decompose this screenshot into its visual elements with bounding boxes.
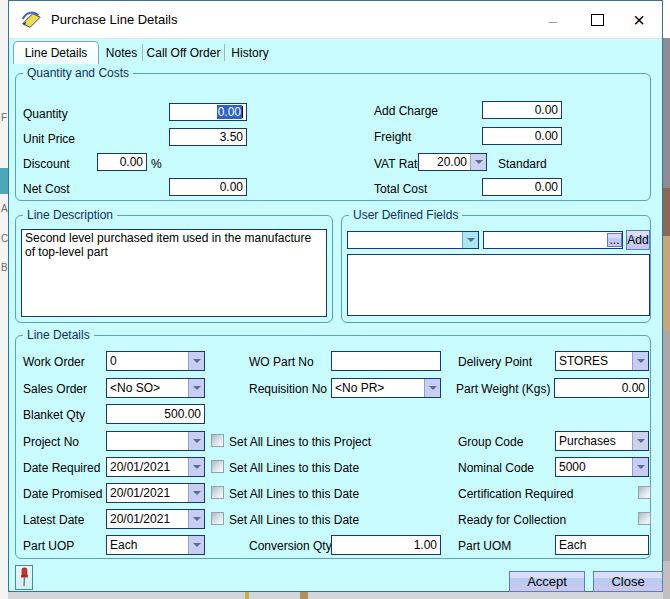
chevron-down-icon — [193, 359, 201, 363]
quantity-label: Quantity — [23, 107, 68, 121]
edge-text-fragment: A — [1, 203, 8, 214]
close-button[interactable]: × — [622, 5, 656, 35]
project-no-dropdown-button[interactable] — [188, 432, 204, 450]
close-dialog-button[interactable]: Close — [593, 571, 663, 592]
project-no-label: Project No — [23, 435, 79, 449]
nominal-code-dropdown-button[interactable] — [632, 458, 648, 476]
work-order-combo[interactable]: 0 — [106, 351, 205, 371]
quantity-and-costs-legend: Quantity and Costs — [23, 66, 133, 80]
nominal-code-label: Nominal Code — [458, 461, 534, 475]
latest-date-dropdown-button[interactable] — [188, 510, 204, 528]
sales-order-combo[interactable]: <No SO> — [106, 378, 205, 398]
date-promised-dropdown-button[interactable] — [188, 484, 204, 502]
screen: F A C B Purchase Line Details – × — [0, 0, 670, 599]
latest-date-label: Latest Date — [23, 513, 84, 527]
udf-dropdown-button[interactable] — [462, 232, 478, 248]
window-title: Purchase Line Details — [51, 12, 177, 27]
udf-value-input[interactable] — [483, 231, 623, 249]
vat-rate-dropdown-button[interactable] — [470, 154, 486, 170]
ready-for-collection-label: Ready for Collection — [458, 513, 566, 527]
udf-ellipsis-button[interactable]: ... — [607, 233, 622, 247]
set-all-lines-date-required-checkbox[interactable] — [211, 460, 224, 473]
part-uom-label: Part UOM — [458, 539, 511, 553]
freight-label: Freight — [374, 130, 411, 144]
net-cost-input[interactable]: 0.00 — [169, 178, 247, 196]
date-required-combo[interactable]: 20/01/2021 — [106, 457, 205, 477]
edge-segment — [663, 38, 670, 188]
set-all-lines-latest-date-label: Set All Lines to this Date — [229, 513, 359, 527]
part-uop-label: Part UOP — [23, 539, 74, 553]
accept-button[interactable]: Accept — [509, 571, 585, 592]
date-required-value: 20/01/2021 — [107, 458, 188, 476]
nominal-code-combo[interactable]: 5000 — [555, 457, 649, 477]
edge-tick — [245, 592, 249, 599]
vat-rate-combo[interactable]: 20.00 — [418, 153, 487, 171]
vat-rate-value: 20.00 — [419, 154, 470, 170]
user-defined-fields-legend: User Defined Fields — [349, 208, 462, 222]
delivery-point-dropdown-button[interactable] — [632, 352, 648, 370]
udf-list-area[interactable] — [347, 254, 650, 316]
certification-required-label: Certification Required — [458, 487, 573, 501]
edge-segment — [663, 561, 670, 599]
background-window-right-edge — [663, 0, 670, 599]
sales-order-dropdown-button[interactable] — [188, 379, 204, 397]
sales-order-value: <No SO> — [107, 379, 188, 397]
set-all-lines-date-required-label: Set All Lines to this Date — [229, 461, 359, 475]
vat-standard-label: Standard — [498, 157, 547, 171]
date-required-dropdown-button[interactable] — [188, 458, 204, 476]
set-all-lines-project-checkbox[interactable] — [211, 434, 224, 447]
tab-call-off-order[interactable]: Call Off Order — [143, 44, 225, 61]
tab-notes[interactable]: Notes — [101, 44, 143, 61]
pin-button[interactable] — [15, 565, 33, 590]
tab-history[interactable]: History — [225, 44, 275, 61]
minimize-button[interactable]: – — [536, 5, 570, 35]
set-all-lines-latest-date-checkbox[interactable] — [211, 512, 224, 525]
maximize-button[interactable] — [580, 5, 614, 35]
add-charge-input[interactable]: 0.00 — [482, 101, 562, 119]
wo-part-no-label: WO Part No — [249, 355, 314, 369]
part-uop-combo[interactable]: Each — [106, 535, 205, 555]
discount-input[interactable]: 0.00 — [97, 153, 147, 171]
quantity-input[interactable]: 0.00 — [169, 103, 247, 121]
certification-required-checkbox[interactable] — [638, 486, 651, 499]
blanket-qty-input[interactable]: 500.00 — [106, 404, 205, 424]
project-no-combo[interactable] — [106, 431, 205, 451]
app-icon — [20, 9, 42, 31]
wo-part-no-input[interactable] — [331, 351, 441, 371]
unit-price-label: Unit Price — [23, 132, 75, 146]
purchase-line-details-dialog: Purchase Line Details – × Line Details N… — [8, 0, 663, 592]
udf-field-combo[interactable] — [347, 231, 479, 249]
edge-segment — [663, 331, 670, 561]
requisition-no-dropdown-button[interactable] — [424, 379, 440, 397]
date-promised-combo[interactable]: 20/01/2021 — [106, 483, 205, 503]
titlebar[interactable]: Purchase Line Details – × — [9, 1, 662, 39]
chevron-down-icon — [475, 160, 483, 164]
latest-date-combo[interactable]: 20/01/2021 — [106, 509, 205, 529]
project-no-value — [107, 432, 188, 450]
group-code-combo[interactable]: Purchases — [555, 431, 649, 451]
part-uom-input[interactable]: Each — [555, 535, 649, 555]
delivery-point-combo[interactable]: STORES — [555, 351, 649, 371]
line-description-textarea[interactable]: Second level purchased item used in the … — [21, 229, 327, 317]
chevron-down-icon — [193, 543, 201, 547]
work-order-dropdown-button[interactable] — [188, 352, 204, 370]
tab-line-details[interactable]: Line Details — [13, 41, 99, 64]
requisition-no-combo[interactable]: <No PR> — [331, 378, 441, 398]
group-code-dropdown-button[interactable] — [632, 432, 648, 450]
conversion-qty-input[interactable]: 1.00 — [331, 535, 441, 555]
unit-price-input[interactable]: 3.50 — [169, 128, 247, 146]
ready-for-collection-checkbox[interactable] — [638, 512, 651, 525]
udf-add-button[interactable]: Add — [626, 230, 650, 250]
date-promised-label: Date Promised — [23, 487, 102, 501]
set-all-lines-date-promised-checkbox[interactable] — [211, 486, 224, 499]
delivery-point-value: STORES — [556, 352, 632, 370]
net-cost-label: Net Cost — [23, 182, 70, 196]
group-code-value: Purchases — [556, 432, 632, 450]
part-weight-input[interactable]: 0.00 — [554, 378, 649, 398]
freight-input[interactable]: 0.00 — [482, 127, 562, 145]
part-uop-dropdown-button[interactable] — [188, 536, 204, 554]
nominal-code-value: 5000 — [556, 458, 632, 476]
total-cost-input[interactable]: 0.00 — [482, 178, 562, 196]
edge-segment — [663, 236, 670, 331]
chevron-down-icon — [429, 386, 437, 390]
